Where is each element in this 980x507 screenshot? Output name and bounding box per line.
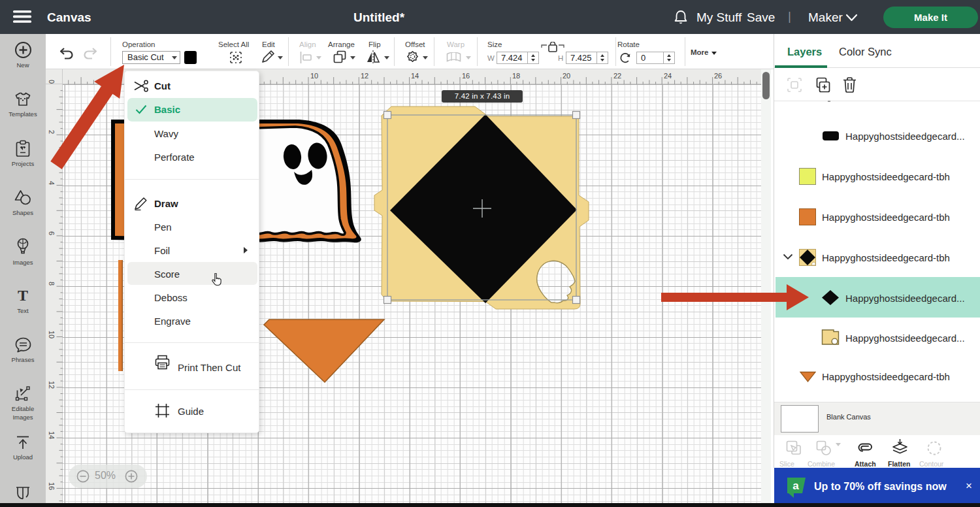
svg-text:a: a xyxy=(792,480,799,492)
